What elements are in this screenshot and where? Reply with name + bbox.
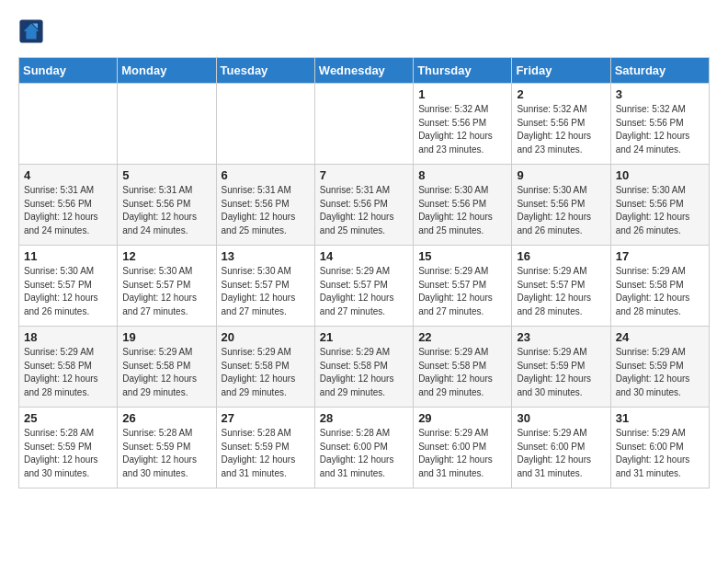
calendar-cell: 5Sunrise: 5:31 AM Sunset: 5:56 PM Daylig…	[118, 165, 216, 246]
day-number: 11	[24, 249, 112, 263]
day-info: Sunrise: 5:29 AM Sunset: 5:58 PM Dayligh…	[418, 346, 506, 399]
day-number: 17	[616, 249, 704, 263]
day-number: 30	[517, 411, 605, 425]
calendar-cell: 19Sunrise: 5:29 AM Sunset: 5:58 PM Dayli…	[118, 327, 216, 408]
day-number: 23	[517, 330, 605, 344]
day-number: 19	[122, 330, 210, 344]
calendar-cell: 10Sunrise: 5:30 AM Sunset: 5:56 PM Dayli…	[610, 165, 709, 246]
day-number: 9	[517, 168, 605, 182]
calendar-cell: 7Sunrise: 5:31 AM Sunset: 5:56 PM Daylig…	[314, 165, 413, 246]
calendar-cell: 27Sunrise: 5:28 AM Sunset: 5:59 PM Dayli…	[216, 408, 314, 488]
day-info: Sunrise: 5:30 AM Sunset: 5:57 PM Dayligh…	[122, 265, 210, 318]
day-info: Sunrise: 5:32 AM Sunset: 5:56 PM Dayligh…	[616, 103, 704, 156]
day-number: 12	[122, 249, 210, 263]
logo-icon	[18, 18, 44, 44]
day-number: 10	[616, 168, 704, 182]
day-number: 4	[24, 168, 112, 182]
calendar-cell	[314, 84, 413, 165]
calendar-cell: 1Sunrise: 5:32 AM Sunset: 5:56 PM Daylig…	[414, 84, 512, 165]
day-number: 20	[222, 330, 310, 344]
day-number: 26	[122, 411, 210, 425]
day-info: Sunrise: 5:29 AM Sunset: 5:57 PM Dayligh…	[320, 265, 408, 318]
day-number: 15	[418, 249, 506, 263]
calendar-cell	[118, 84, 216, 165]
day-number: 1	[418, 87, 506, 101]
calendar-cell: 25Sunrise: 5:28 AM Sunset: 5:59 PM Dayli…	[19, 408, 118, 488]
calendar-cell	[216, 84, 314, 165]
calendar-cell: 11Sunrise: 5:30 AM Sunset: 5:57 PM Dayli…	[19, 246, 118, 327]
day-info: Sunrise: 5:29 AM Sunset: 5:57 PM Dayligh…	[418, 265, 506, 318]
day-info: Sunrise: 5:30 AM Sunset: 5:56 PM Dayligh…	[517, 184, 605, 237]
calendar-cell: 4Sunrise: 5:31 AM Sunset: 5:56 PM Daylig…	[19, 165, 118, 246]
day-number: 28	[320, 411, 408, 425]
day-number: 31	[616, 411, 704, 425]
calendar-cell: 15Sunrise: 5:29 AM Sunset: 5:57 PM Dayli…	[414, 246, 512, 327]
calendar-cell: 17Sunrise: 5:29 AM Sunset: 5:58 PM Dayli…	[610, 246, 709, 327]
day-number: 14	[320, 249, 408, 263]
calendar-cell: 13Sunrise: 5:30 AM Sunset: 5:57 PM Dayli…	[216, 246, 314, 327]
day-info: Sunrise: 5:28 AM Sunset: 5:59 PM Dayligh…	[222, 427, 310, 480]
calendar-cell: 16Sunrise: 5:29 AM Sunset: 5:57 PM Dayli…	[512, 246, 610, 327]
day-info: Sunrise: 5:29 AM Sunset: 5:59 PM Dayligh…	[517, 346, 605, 399]
calendar-cell: 18Sunrise: 5:29 AM Sunset: 5:58 PM Dayli…	[19, 327, 118, 408]
day-info: Sunrise: 5:31 AM Sunset: 5:56 PM Dayligh…	[222, 184, 310, 237]
day-info: Sunrise: 5:32 AM Sunset: 5:56 PM Dayligh…	[418, 103, 506, 156]
day-number: 22	[418, 330, 506, 344]
calendar-cell: 29Sunrise: 5:29 AM Sunset: 6:00 PM Dayli…	[414, 408, 512, 488]
calendar-cell: 28Sunrise: 5:28 AM Sunset: 6:00 PM Dayli…	[314, 408, 413, 488]
day-header-thursday: Thursday	[414, 58, 512, 84]
calendar-cell: 22Sunrise: 5:29 AM Sunset: 5:58 PM Dayli…	[414, 327, 512, 408]
day-number: 21	[320, 330, 408, 344]
day-info: Sunrise: 5:31 AM Sunset: 5:56 PM Dayligh…	[24, 184, 112, 237]
day-header-friday: Friday	[512, 58, 610, 84]
calendar-cell: 2Sunrise: 5:32 AM Sunset: 5:56 PM Daylig…	[512, 84, 610, 165]
day-info: Sunrise: 5:29 AM Sunset: 5:58 PM Dayligh…	[616, 265, 704, 318]
day-number: 24	[616, 330, 704, 344]
day-info: Sunrise: 5:29 AM Sunset: 5:58 PM Dayligh…	[222, 346, 310, 399]
day-info: Sunrise: 5:29 AM Sunset: 6:00 PM Dayligh…	[418, 427, 506, 480]
calendar-cell: 21Sunrise: 5:29 AM Sunset: 5:58 PM Dayli…	[314, 327, 413, 408]
day-info: Sunrise: 5:31 AM Sunset: 5:56 PM Dayligh…	[320, 184, 408, 237]
calendar-cell: 24Sunrise: 5:29 AM Sunset: 5:59 PM Dayli…	[610, 327, 709, 408]
calendar-cell: 20Sunrise: 5:29 AM Sunset: 5:58 PM Dayli…	[216, 327, 314, 408]
day-number: 6	[222, 168, 310, 182]
calendar-cell: 31Sunrise: 5:29 AM Sunset: 6:00 PM Dayli…	[610, 408, 709, 488]
day-number: 27	[222, 411, 310, 425]
calendar-table: SundayMondayTuesdayWednesdayThursdayFrid…	[18, 57, 710, 488]
calendar-cell	[19, 84, 118, 165]
day-number: 13	[222, 249, 310, 263]
day-header-sunday: Sunday	[19, 58, 118, 84]
calendar-cell: 3Sunrise: 5:32 AM Sunset: 5:56 PM Daylig…	[610, 84, 709, 165]
day-number: 18	[24, 330, 112, 344]
day-info: Sunrise: 5:30 AM Sunset: 5:56 PM Dayligh…	[418, 184, 506, 237]
calendar-cell: 8Sunrise: 5:30 AM Sunset: 5:56 PM Daylig…	[414, 165, 512, 246]
day-number: 8	[418, 168, 506, 182]
calendar-cell: 12Sunrise: 5:30 AM Sunset: 5:57 PM Dayli…	[118, 246, 216, 327]
day-number: 3	[616, 87, 704, 101]
logo	[18, 18, 48, 44]
day-info: Sunrise: 5:29 AM Sunset: 5:58 PM Dayligh…	[122, 346, 210, 399]
day-info: Sunrise: 5:29 AM Sunset: 5:57 PM Dayligh…	[517, 265, 605, 318]
day-header-wednesday: Wednesday	[314, 58, 413, 84]
day-info: Sunrise: 5:31 AM Sunset: 5:56 PM Dayligh…	[122, 184, 210, 237]
day-number: 25	[24, 411, 112, 425]
day-info: Sunrise: 5:28 AM Sunset: 5:59 PM Dayligh…	[122, 427, 210, 480]
day-header-tuesday: Tuesday	[216, 58, 314, 84]
day-header-saturday: Saturday	[610, 58, 709, 84]
day-header-monday: Monday	[118, 58, 216, 84]
day-number: 16	[517, 249, 605, 263]
day-info: Sunrise: 5:29 AM Sunset: 5:58 PM Dayligh…	[320, 346, 408, 399]
day-info: Sunrise: 5:30 AM Sunset: 5:57 PM Dayligh…	[24, 265, 112, 318]
day-info: Sunrise: 5:29 AM Sunset: 6:00 PM Dayligh…	[616, 427, 704, 480]
day-number: 5	[122, 168, 210, 182]
calendar-cell: 9Sunrise: 5:30 AM Sunset: 5:56 PM Daylig…	[512, 165, 610, 246]
day-number: 29	[418, 411, 506, 425]
day-info: Sunrise: 5:32 AM Sunset: 5:56 PM Dayligh…	[517, 103, 605, 156]
calendar-cell: 23Sunrise: 5:29 AM Sunset: 5:59 PM Dayli…	[512, 327, 610, 408]
day-info: Sunrise: 5:29 AM Sunset: 6:00 PM Dayligh…	[517, 427, 605, 480]
day-info: Sunrise: 5:29 AM Sunset: 5:58 PM Dayligh…	[24, 346, 112, 399]
day-info: Sunrise: 5:28 AM Sunset: 5:59 PM Dayligh…	[24, 427, 112, 480]
calendar-cell: 6Sunrise: 5:31 AM Sunset: 5:56 PM Daylig…	[216, 165, 314, 246]
day-info: Sunrise: 5:29 AM Sunset: 5:59 PM Dayligh…	[616, 346, 704, 399]
day-number: 7	[320, 168, 408, 182]
